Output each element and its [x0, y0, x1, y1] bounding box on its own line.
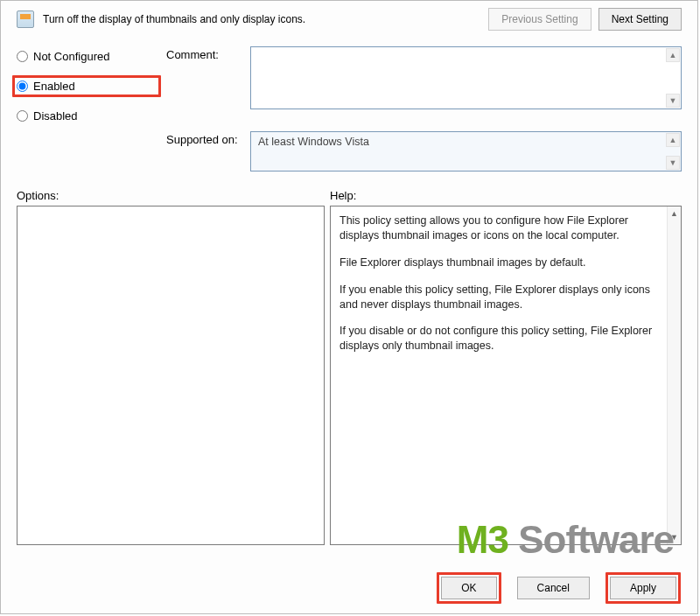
- previous-setting-button[interactable]: Previous Setting: [488, 8, 591, 31]
- help-pane: This policy setting allows you to config…: [330, 206, 682, 545]
- options-label: Options:: [17, 189, 330, 202]
- radio-enabled[interactable]: Enabled: [17, 80, 146, 93]
- scroll-down-icon: ▼: [666, 156, 680, 170]
- help-paragraph: If you enable this policy setting, File …: [340, 283, 662, 312]
- scroll-up-icon[interactable]: ▲: [668, 206, 681, 220]
- radio-disabled-label: Disabled: [33, 109, 78, 122]
- cancel-button[interactable]: Cancel: [517, 577, 590, 599]
- scroll-down-icon[interactable]: ▼: [666, 94, 680, 108]
- policy-title: Turn off the display of thumbnails and o…: [43, 13, 480, 25]
- supported-scrollbar: ▲ ▼: [666, 133, 680, 170]
- next-setting-button[interactable]: Next Setting: [598, 8, 682, 31]
- help-paragraph: This policy setting allows you to config…: [340, 214, 662, 243]
- ok-button[interactable]: OK: [441, 577, 496, 599]
- comment-input[interactable]: ▲ ▼: [250, 46, 682, 109]
- options-pane: [17, 206, 325, 545]
- radio-not-configured-label: Not Configured: [33, 50, 109, 63]
- radio-enabled-label: Enabled: [33, 80, 75, 93]
- scroll-up-icon[interactable]: ▲: [666, 48, 680, 62]
- help-paragraph: File Explorer displays thumbnail images …: [340, 256, 662, 270]
- help-scrollbar[interactable]: ▲ ▼: [667, 206, 681, 544]
- radio-not-configured[interactable]: Not Configured: [17, 50, 161, 63]
- help-paragraph: If you disable or do not configure this …: [340, 324, 662, 354]
- supported-on-value: At least Windows Vista ▲ ▼: [250, 131, 682, 172]
- comment-label: Comment:: [166, 46, 245, 61]
- help-label: Help:: [330, 189, 356, 202]
- supported-on-label: Supported on:: [166, 131, 245, 146]
- radio-disabled[interactable]: Disabled: [17, 109, 161, 122]
- scroll-up-icon: ▲: [666, 133, 680, 147]
- policy-icon: [17, 10, 34, 28]
- scroll-down-icon[interactable]: ▼: [668, 530, 681, 544]
- apply-button[interactable]: Apply: [610, 577, 676, 599]
- comment-scrollbar[interactable]: ▲ ▼: [666, 48, 680, 108]
